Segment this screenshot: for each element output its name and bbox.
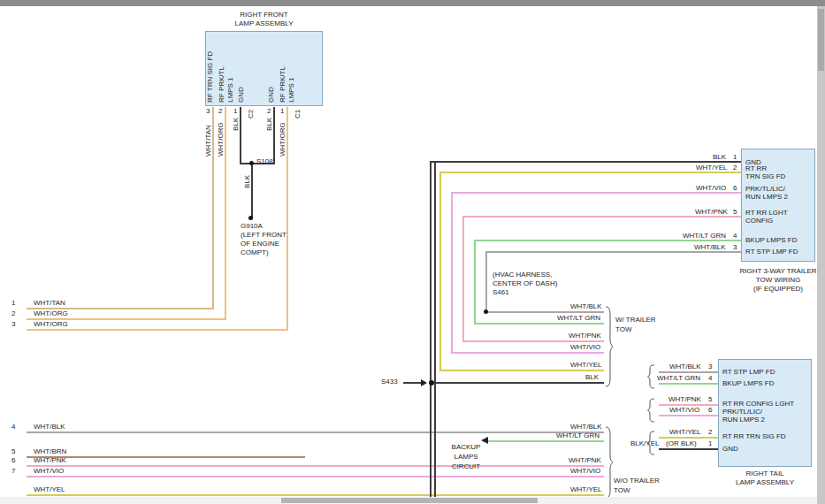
tail-wire-label: WHT/YEL xyxy=(669,428,701,436)
tow-pin-name: TRN SIG FD xyxy=(745,172,785,180)
mid-wire-label: WHT/BLK xyxy=(570,302,602,310)
front-lamp-pin-label: RF TRN SIG FD xyxy=(206,51,214,103)
ground-g910a-id: G910A xyxy=(241,222,263,230)
tail-pin-name: PRK/TL/LIC/ xyxy=(722,408,762,416)
tail-wire-label: WHT/VIO xyxy=(669,406,699,414)
tow-pin-name: BKUP LMPS FD xyxy=(745,236,798,244)
rail-number: 5 xyxy=(11,447,15,455)
tow-wire-label: WHT/LT GRN xyxy=(683,232,726,240)
rail-wire-label: WHT/BLK xyxy=(34,423,65,431)
tow-pin-number: 3 xyxy=(733,243,737,251)
branch-caption-with-tow: W/ TRAILER xyxy=(615,316,656,324)
branch-caption-without-tow: W/O TRAILER xyxy=(614,477,660,485)
tail-pin-name: RT RR CONFIG LGHT xyxy=(722,400,794,408)
scrollbar-corner xyxy=(817,497,825,504)
tow-pin-number: 2 xyxy=(733,164,737,172)
low-wire-label: WHT/VIO xyxy=(570,467,600,475)
backup-note-line: LAMPS xyxy=(440,453,492,461)
tail-box-caption: LAMP ASSEMBLY xyxy=(721,478,809,486)
front-lamp-pin-number: 2 xyxy=(218,107,222,115)
mid-wire-label: WHT/VIO xyxy=(570,343,600,351)
tail-pin-name: GND xyxy=(722,445,738,453)
tow-pin-name: CONFIG xyxy=(745,217,773,225)
splice-s108-dot xyxy=(249,161,254,165)
rail-wire-label: WHT/ORG xyxy=(34,320,68,328)
vertical-scrollbar-thumb[interactable] xyxy=(818,9,824,71)
front-lamp-connector-label: C2 xyxy=(247,110,255,118)
front-lamp-pin-label: RF PRK/TL xyxy=(279,66,286,103)
wire-blk-bus-1 xyxy=(430,161,432,497)
wire-color-label: BLK xyxy=(232,118,240,131)
front-lamp-pin-label: GND xyxy=(267,87,275,103)
rail-wire-label: WHT/YEL xyxy=(34,485,65,493)
tow-pin-name: RUN LMPS 2 xyxy=(745,193,788,201)
wire-wht-vio-vert xyxy=(451,192,453,354)
rail-number: 1 xyxy=(11,299,15,307)
wire-wht-lt-grn-mid xyxy=(474,323,604,325)
tail-stub-wht-lt-grn xyxy=(659,383,718,385)
wire-wht-brn-rail xyxy=(27,456,305,458)
mid-wire-label: BLK xyxy=(585,373,599,381)
mid-wire-label: WHT/YEL xyxy=(570,361,602,369)
wiring-diagram-viewport: RIGHT FRONT LAMP ASSEMBLY RF TRN SIG FD … xyxy=(0,0,825,504)
tail-pin-number: 5 xyxy=(708,395,712,403)
tow-box-caption: (IF EQUIPPED) xyxy=(729,285,825,293)
wire-wht-pnk-mid xyxy=(462,340,604,342)
front-lamp-pin-number: 2 xyxy=(267,107,271,115)
wire-blk-bus-2 xyxy=(434,161,436,497)
wire-color-label: WHT/ORG xyxy=(279,122,286,157)
wire-blk-to-ground xyxy=(251,163,253,219)
ground-g910a-line: COMPT) xyxy=(241,248,269,256)
wire-wht-yel-top xyxy=(439,172,741,173)
wire-wht-blk-vert xyxy=(485,251,487,313)
horizontal-scrollbar-thumb[interactable] xyxy=(281,498,538,503)
tow-pin-number: 4 xyxy=(733,232,737,240)
tail-pin-number: 3 xyxy=(708,363,712,370)
rail-number: 6 xyxy=(11,456,15,464)
tail-pin-name: RT STP LMP FD xyxy=(722,368,775,376)
front-lamp-pin-label: LMPS 1 xyxy=(287,78,295,103)
wire-wht-vio-mid xyxy=(451,352,604,354)
front-lamp-pin-number: 1 xyxy=(280,107,284,115)
wire-wht-lt-grn-vert xyxy=(474,240,476,325)
tail-pin-number: 1 xyxy=(708,439,712,447)
wire-wht-blk-mid xyxy=(485,311,604,313)
tow-pin-number: 1 xyxy=(733,153,737,161)
backup-note-line: CIRCUIT xyxy=(440,462,492,470)
mid-wire-label: WHT/PNK xyxy=(569,332,601,340)
wire-wht-vio-top xyxy=(451,192,741,194)
tow-box-caption: RIGHT 3-WAY TRAILER xyxy=(729,267,825,275)
wire-blk-vertical-2 xyxy=(273,107,275,164)
vertical-scrollbar[interactable] xyxy=(817,6,825,497)
rail-wire-label: WHT/TAN xyxy=(34,299,65,307)
rail-wire-label: WHT/BRN xyxy=(34,447,66,455)
wire-wht-pnk-top xyxy=(462,216,741,218)
rail-wire-label: WHT/VIO xyxy=(34,467,64,475)
tow-wire-label: WHT/PNK xyxy=(695,208,728,216)
tow-pin-name: PRK/TL/LIC/ xyxy=(745,185,785,193)
wire-wht-yel-vert xyxy=(439,172,441,371)
splice-s433-dot xyxy=(429,380,434,386)
wire-color-label: WHT/ORG xyxy=(217,122,225,157)
low-wire-label: WHT/LT GRN xyxy=(556,431,600,439)
tail-wire-label: WHT/BLK xyxy=(669,363,701,370)
splice-s433-leader xyxy=(403,382,423,384)
tow-pin-number: 6 xyxy=(733,184,737,192)
branch-caption-without-tow: TOW xyxy=(614,486,630,494)
wire-wht-org-vertical-1 xyxy=(225,107,226,320)
wire-blk-mid xyxy=(434,382,604,384)
tail-wire-label: BLK/YEL xyxy=(630,439,659,447)
tow-pin-number: 5 xyxy=(733,208,737,216)
tail-box-caption: RIGHT TAIL xyxy=(721,470,809,477)
mid-wire-label: WHT/LT GRN xyxy=(557,314,600,322)
tail-wire-label: WHT/LT GRN xyxy=(657,374,700,382)
splice-s433-arrow-icon xyxy=(421,379,427,386)
low-wire-label: WHT/YEL xyxy=(570,485,602,493)
rail-number: 3 xyxy=(11,320,15,328)
splice-s461-line: (HVAC HARNESS, xyxy=(493,271,552,279)
wire-wht-lt-grn-top xyxy=(474,240,741,241)
tail-wire-alt-label: (OR BLK) xyxy=(666,439,697,447)
front-lamp-pin-number: 1 xyxy=(233,107,237,115)
tail-wire-label: WHT/PNK xyxy=(668,395,701,403)
ground-g910a-line: OF ENGINE xyxy=(241,240,279,248)
